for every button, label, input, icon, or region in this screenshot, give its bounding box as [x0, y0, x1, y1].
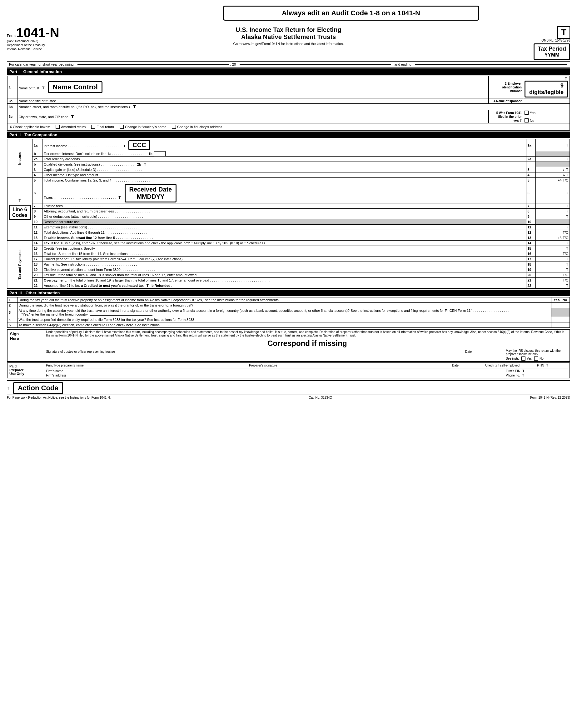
- p3-desc2: During the year, did the trust receive a…: [17, 303, 551, 308]
- desc-8: Attorney, accountant, and return prepare…: [42, 209, 526, 214]
- amended-cb[interactable]: [56, 125, 60, 129]
- amt-21: T/C: [535, 278, 570, 283]
- line-label-16: 16: [526, 251, 535, 257]
- field-2-value: T 9 digits/legible: [523, 76, 570, 98]
- q5-label: 5 Was Form 1041 filed in the prior year?: [496, 111, 522, 122]
- line-label-21: 21: [526, 278, 535, 283]
- yes-discuss: Yes: [521, 357, 532, 361]
- line-b2: b: [32, 162, 42, 167]
- firm-ein-value: T: [522, 369, 524, 373]
- line-label-6: 6: [526, 183, 535, 203]
- line-21: 21: [32, 278, 42, 283]
- no-cb[interactable]: [525, 119, 529, 123]
- desc-10: Reserved for future use . . . . . . . . …: [42, 219, 526, 225]
- income-label: Income: [7, 139, 32, 178]
- line-22: 22: [32, 283, 42, 289]
- line-label-15: 15: [526, 246, 535, 251]
- part1-title: General Information: [23, 69, 62, 74]
- amt-2a: T: [535, 157, 570, 162]
- final-cb[interactable]: [91, 125, 95, 129]
- paperwork-notice: For Paperwork Reduction Act Notice, see …: [7, 396, 111, 399]
- t-employer-id: T: [565, 77, 567, 81]
- table-row: 2a Total ordinary dividends . . . . . . …: [7, 157, 570, 162]
- desc-4: Other income. List type and amount . . .…: [42, 173, 526, 178]
- employer-id-label: 2 Employer identification number: [502, 82, 522, 93]
- desc-20: Tax due. If the total of lines 18 and 19…: [42, 272, 526, 278]
- amt-11: T: [535, 225, 570, 230]
- change-addr-cb[interactable]: [172, 125, 176, 129]
- sign-label: SignHere: [7, 329, 45, 362]
- change-fiduciary-address: Change in fiduciary's address: [172, 125, 222, 129]
- part2-label: Part II: [9, 132, 21, 137]
- desc-1a: Interest income . . . . . . . . . . . . …: [42, 139, 526, 151]
- form-number: 1041-N: [16, 26, 59, 40]
- no-discuss: No: [534, 357, 544, 361]
- desc-3b: Number, street, and room or suite no. (I…: [17, 104, 570, 110]
- table-row: Income 1a Interest income . . . . . . . …: [7, 139, 570, 151]
- yes-discuss-cb[interactable]: [521, 357, 525, 361]
- amt-12: T/C: [535, 230, 570, 235]
- line-label-20: 20: [526, 272, 535, 278]
- form-number-block: Form 1041-N (Rev. December 2023) Departm…: [7, 26, 69, 51]
- line-num-1: 1: [7, 76, 17, 98]
- change-name-cb[interactable]: [120, 125, 124, 129]
- p3-line4: 4: [7, 317, 17, 322]
- preparer-section: PaidPreparerUse Only Print/Type preparer…: [7, 362, 570, 379]
- omb: OMB No. 1545-1776: [542, 39, 570, 42]
- line-10: 10: [32, 219, 42, 225]
- line-label-2a: 2a: [526, 157, 535, 162]
- table-row: 3c City or town, state, and ZIP code T 5…: [7, 110, 570, 124]
- amt-9: T: [535, 214, 570, 219]
- table-row: 20 Tax due. If the total of lines 18 and…: [7, 272, 570, 278]
- amt-10: [535, 219, 570, 225]
- desc-17: Current year net 965 tax liability paid …: [42, 257, 526, 262]
- p3-yesno4: [551, 317, 570, 322]
- table-row: SignHere Under penalties of perjury, I d…: [7, 329, 570, 362]
- amt-5: +/- T/C: [535, 178, 570, 183]
- line-label-22: 22: [526, 283, 535, 289]
- t-22: T: [147, 284, 149, 287]
- p3-line1: 1: [7, 297, 17, 303]
- desc-name-trust: Name of trust T Name Control: [17, 76, 489, 98]
- preparer-content: Print/Type preparer's name Preparer's si…: [45, 363, 570, 378]
- p3-yesno5: [551, 322, 570, 328]
- form-ref: Form 1041-N (Rev. 12-2023): [530, 396, 570, 399]
- table-row: 3b Number, street, and room or suite no.…: [7, 104, 570, 110]
- table-row: 17 Current year net 965 tax liability pa…: [7, 257, 570, 262]
- desc-11: Exemption (see instructions) . . . . . .…: [42, 225, 526, 230]
- line-17: 17: [32, 257, 42, 262]
- see-instr: See instr.: [506, 357, 519, 360]
- desc-18: Payments. See instructions . . . . . . .…: [42, 262, 526, 267]
- line-19: 19: [32, 267, 42, 272]
- line-14: 14: [32, 240, 42, 246]
- line-label-12: 12: [526, 230, 535, 235]
- t-1a: T: [123, 144, 126, 148]
- action-code-badge: Action Code: [13, 382, 63, 394]
- t-1b-inline: 1b: [149, 152, 153, 156]
- amt-13: +/- T/C: [535, 235, 570, 240]
- t-name-trust: T: [42, 86, 45, 90]
- penalty-text: Under penalties of perjury, I declare th…: [46, 330, 569, 337]
- amt-8: T: [535, 209, 570, 214]
- t-3b: T: [133, 104, 136, 109]
- preparer-label: PaidPreparerUse Only: [7, 363, 45, 378]
- desc-16: Total tax. Subtract line 15 from line 14…: [42, 251, 526, 257]
- firm-addr-label: Firm's address: [46, 374, 504, 377]
- table-row: 16 Total tax. Subtract line 15 from line…: [7, 251, 570, 257]
- foreign-country-field[interactable]: [90, 315, 153, 316]
- dept: Department of the Treasury: [7, 44, 69, 47]
- change-addr-label: Change in fiduciary's address: [177, 125, 222, 129]
- form-rev: (Rev. December 2023): [7, 40, 69, 43]
- amt-3: +/- T: [535, 167, 570, 173]
- no-discuss-cb[interactable]: [534, 357, 538, 361]
- final-label: Final return: [97, 125, 114, 129]
- yes-cb[interactable]: [525, 111, 529, 115]
- amt-22: T: [535, 283, 570, 289]
- t-3c: T: [71, 114, 74, 119]
- line-9: 9: [32, 214, 42, 219]
- p3-yesno1: Yes No: [551, 297, 570, 303]
- change-name-label: Change in fiduciary's name: [125, 125, 166, 129]
- line-label-1a: 1a: [526, 139, 535, 151]
- t-footer: T: [7, 386, 9, 391]
- change-fiduciary-name: Change in fiduciary's name: [120, 125, 166, 129]
